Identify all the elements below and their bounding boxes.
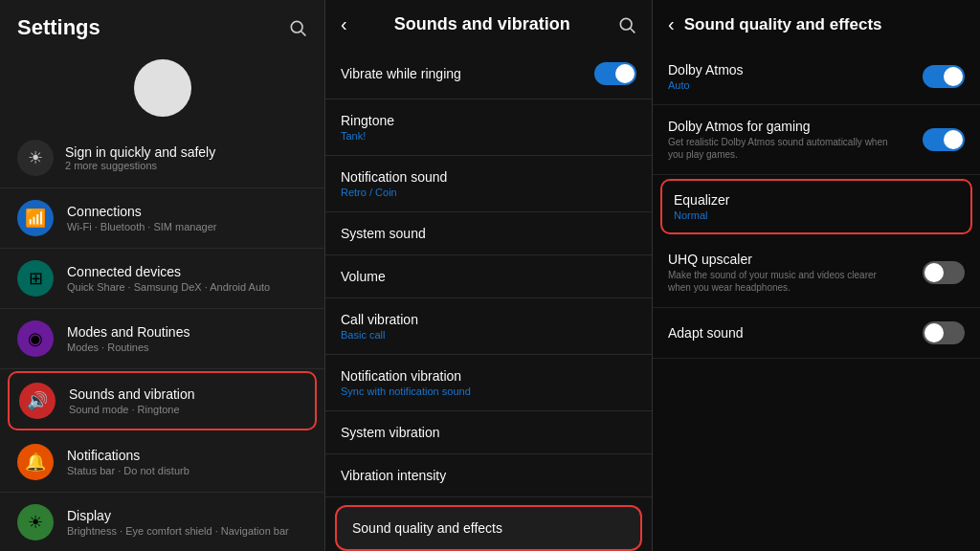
dolby-atmos-subtitle: Auto (668, 79, 923, 91)
dolby-gaming-item[interactable]: Dolby Atmos for gaming Get realistic Dol… (653, 105, 980, 175)
svg-line-3 (631, 28, 635, 33)
connected-devices-title: Connected devices (67, 264, 270, 279)
vibrate-ringing-title: Vibrate while ringing (341, 66, 461, 81)
uhq-title: UHQ upscaler (668, 252, 923, 267)
avatar (134, 59, 191, 117)
ringtone-subtitle: Tank! (341, 130, 394, 142)
notifications-title: Notifications (67, 448, 189, 463)
call-vibration-subtitle: Basic call (341, 329, 418, 341)
settings-panel: Settings ☀ Sign in quickly and safely 2 … (0, 0, 325, 551)
sidebar-item-notifications[interactable]: 🔔 Notifications Status bar · Do not dist… (0, 432, 324, 493)
adapt-sound-item[interactable]: Adapt sound (653, 308, 980, 359)
notification-sound-title: Notification sound (341, 169, 447, 185)
sidebar-item-sounds-vibration[interactable]: 🔊 Sounds and vibration Sound mode · Ring… (8, 371, 317, 430)
uhq-toggle[interactable] (923, 261, 965, 284)
ringtone-item[interactable]: Ringtone Tank! (325, 99, 652, 156)
sound-quality-label: Sound quality and effects (352, 520, 625, 536)
connections-subtitle: Wi-Fi · Bluetooth · SIM manager (67, 221, 217, 232)
equalizer-title: Equalizer (674, 192, 959, 208)
notification-vibration-subtitle: Sync with notification sound (341, 386, 471, 397)
sounds-vibration-panel: ‹ Sounds and vibration Vibrate while rin… (325, 0, 653, 551)
svg-point-2 (620, 18, 632, 30)
sounds-list: Vibrate while ringing Ringtone Tank! Not… (325, 49, 652, 551)
sidebar-item-display[interactable]: ☀ Display Brightness · Eye comfort shiel… (0, 493, 324, 551)
sound-quality-header: ‹ Sound quality and effects (653, 0, 980, 49)
dolby-gaming-desc: Get realistic Dolby Atmos sound automati… (668, 136, 888, 161)
equalizer-item[interactable]: Equalizer Normal (660, 179, 972, 234)
dolby-gaming-toggle[interactable] (923, 128, 965, 151)
dolby-gaming-title: Dolby Atmos for gaming (668, 119, 923, 134)
dolby-atmos-toggle[interactable] (923, 65, 965, 88)
sound-quality-title: Sound quality and effects (684, 15, 882, 34)
sign-in-icon: ☀ (17, 140, 54, 176)
uhq-desc: Make the sound of your music and videos … (668, 269, 888, 294)
sounds-icon: 🔊 (19, 383, 56, 419)
vibration-intensity-title: Vibration intensity (341, 468, 446, 483)
sounds-header: ‹ Sounds and vibration (325, 0, 652, 49)
modes-icon: ◉ (17, 320, 54, 357)
sounds-search-icon[interactable] (617, 15, 636, 34)
sound-quality-panel: ‹ Sound quality and effects Dolby Atmos … (653, 0, 980, 551)
equalizer-subtitle: Normal (674, 209, 959, 221)
vibrate-ringing-item[interactable]: Vibrate while ringing (325, 49, 652, 99)
uhq-upscaler-item[interactable]: UHQ upscaler Make the sound of your musi… (653, 238, 980, 308)
notification-sound-item[interactable]: Notification sound Retro / Coin (325, 156, 652, 212)
volume-item[interactable]: Volume (325, 255, 652, 298)
ringtone-title: Ringtone (341, 113, 394, 128)
system-vibration-title: System vibration (341, 425, 439, 440)
sounds-back-button[interactable]: ‹ (341, 13, 347, 35)
call-vibration-item[interactable]: Call vibration Basic call (325, 298, 652, 355)
sound-quality-back-button[interactable]: ‹ (668, 13, 675, 35)
sidebar-item-connected-devices[interactable]: ⊞ Connected devices Quick Share · Samsun… (0, 249, 324, 309)
call-vibration-title: Call vibration (341, 312, 418, 327)
volume-title: Volume (341, 269, 386, 284)
connections-icon: 📶 (17, 200, 54, 236)
notifications-icon: 🔔 (17, 444, 54, 480)
connected-devices-subtitle: Quick Share · Samsung DeX · Android Auto (67, 281, 270, 293)
settings-header: Settings (0, 0, 324, 50)
display-subtitle: Brightness · Eye comfort shield · Naviga… (67, 525, 289, 537)
settings-title: Settings (17, 15, 100, 40)
notification-sound-subtitle: Retro / Coin (341, 187, 447, 198)
sounds-title: Sounds and vibration (69, 386, 195, 402)
dolby-atmos-item[interactable]: Dolby Atmos Auto (653, 49, 980, 105)
sidebar-item-modes-routines[interactable]: ◉ Modes and Routines Modes · Routines (0, 309, 324, 369)
vibration-intensity-item[interactable]: Vibration intensity (325, 454, 652, 497)
sign-in-text: Sign in quickly and safely 2 more sugges… (65, 144, 215, 171)
display-icon: ☀ (17, 504, 54, 540)
notifications-subtitle: Status bar · Do not disturb (67, 465, 189, 476)
modes-subtitle: Modes · Routines (67, 342, 189, 353)
sign-in-subtitle: 2 more suggestions (65, 160, 215, 171)
dolby-atmos-title: Dolby Atmos (668, 62, 923, 77)
sound-quality-effects-button[interactable]: Sound quality and effects (335, 505, 642, 551)
system-vibration-item[interactable]: System vibration (325, 411, 652, 454)
connections-title: Connections (67, 204, 217, 219)
system-sound-item[interactable]: System sound (325, 212, 652, 255)
avatar-container (0, 50, 324, 128)
display-title: Display (67, 508, 289, 523)
svg-point-0 (291, 21, 302, 33)
modes-title: Modes and Routines (67, 324, 189, 340)
sounds-subtitle: Sound mode · Ringtone (69, 404, 195, 415)
sidebar-item-sign-in[interactable]: ☀ Sign in quickly and safely 2 more sugg… (0, 128, 324, 188)
sign-in-title: Sign in quickly and safely (65, 144, 215, 160)
notification-vibration-title: Notification vibration (341, 368, 471, 384)
vibrate-ringing-toggle[interactable] (594, 62, 636, 85)
system-sound-title: System sound (341, 226, 426, 241)
search-icon[interactable] (288, 18, 307, 37)
adapt-sound-title: Adapt sound (668, 325, 923, 341)
notification-vibration-item[interactable]: Notification vibration Sync with notific… (325, 355, 652, 411)
settings-list: ☀ Sign in quickly and safely 2 more sugg… (0, 128, 324, 551)
svg-line-1 (301, 32, 306, 36)
sounds-panel-title: Sounds and vibration (394, 14, 570, 34)
connected-devices-icon: ⊞ (17, 260, 54, 297)
effects-list: Dolby Atmos Auto Dolby Atmos for gaming … (653, 49, 980, 551)
sidebar-item-connections[interactable]: 📶 Connections Wi-Fi · Bluetooth · SIM ma… (0, 188, 324, 249)
adapt-sound-toggle[interactable] (923, 321, 965, 344)
